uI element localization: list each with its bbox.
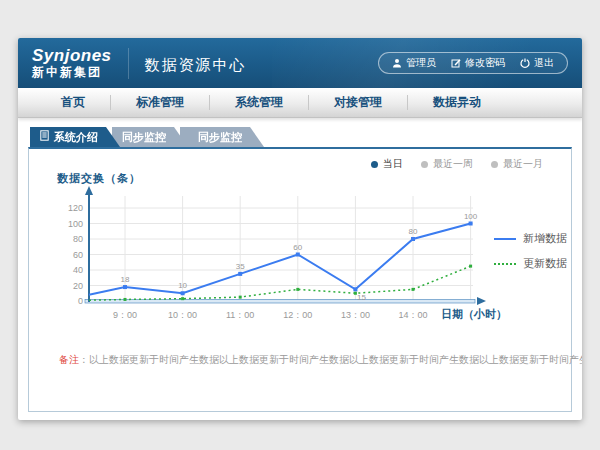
user-menu-item-2[interactable]: 退出	[520, 56, 554, 70]
legend-item-0[interactable]: 新增数据	[494, 231, 567, 246]
footnote-prefix: 备注	[59, 354, 79, 365]
legend-line-sample	[494, 238, 516, 240]
logo-text-cn: 新中新集团	[32, 66, 112, 79]
tab-1[interactable]: 同步监控	[112, 127, 188, 147]
svg-text:60: 60	[73, 250, 83, 260]
svg-text:120: 120	[68, 203, 83, 213]
nav-item-2[interactable]: 系统管理	[210, 88, 308, 117]
svg-text:0: 0	[78, 296, 83, 306]
svg-text:9：00: 9：00	[113, 310, 137, 320]
main-nav: 首页标准管理系统管理对接管理数据异动	[18, 88, 582, 118]
nav-item-4[interactable]: 数据异动	[408, 88, 506, 117]
tab-2[interactable]: 同步监控	[180, 127, 264, 147]
time-range-option-1[interactable]: 最近一周	[421, 157, 473, 171]
app-window: Synjones 新中新集团 数据资源中心 管理员修改密码退出 首页标准管理系统…	[18, 38, 582, 420]
page-background: Synjones 新中新集团 数据资源中心 管理员修改密码退出 首页标准管理系统…	[0, 0, 600, 450]
svg-text:10：00: 10：00	[168, 310, 197, 320]
svg-text:80: 80	[409, 227, 418, 236]
chart-legend: 新增数据更新数据	[494, 231, 567, 271]
line-chart: 0204060801001209：0010：0011：0012：0013：001…	[41, 185, 511, 335]
svg-text:80: 80	[73, 234, 83, 244]
svg-text:60: 60	[293, 243, 302, 252]
edit-icon	[451, 58, 461, 68]
svg-text:40: 40	[73, 265, 83, 275]
svg-text:100: 100	[464, 212, 478, 221]
svg-text:14：00: 14：00	[398, 310, 427, 320]
user-menu: 管理员修改密码退出	[378, 52, 568, 74]
content-area: 系统介绍同步监控同步监控 当日最近一周最近一月 数据交换（条） 02040608…	[18, 118, 582, 412]
radio-dot-icon	[491, 161, 498, 168]
nav-item-1[interactable]: 标准管理	[111, 88, 209, 117]
footnote: 备注：以上数据更新于时间产生数据以上数据更新于时间产生数据以上数据更新于时间产生…	[59, 353, 582, 367]
time-range-option-2[interactable]: 最近一月	[491, 157, 543, 171]
svg-text:100: 100	[68, 219, 83, 229]
legend-line-sample	[494, 263, 516, 265]
nav-item-0[interactable]: 首页	[36, 88, 110, 117]
footnote-text: ：以上数据更新于时间产生数据以上数据更新于时间产生数据以上数据更新于时间产生数据…	[79, 354, 582, 365]
legend-item-1[interactable]: 更新数据	[494, 256, 567, 271]
time-range-option-0[interactable]: 当日	[371, 157, 403, 171]
user-menu-item-1[interactable]: 修改密码	[451, 56, 505, 70]
app-header: Synjones 新中新集团 数据资源中心 管理员修改密码退出	[18, 38, 582, 88]
y-axis-title: 数据交换（条）	[57, 171, 141, 186]
svg-text:35: 35	[236, 262, 245, 271]
logo-text-en: Synjones	[32, 47, 112, 65]
radio-dot-icon	[371, 161, 378, 168]
chart-panel: 当日最近一周最近一月 数据交换（条） 0204060801001209：0010…	[28, 147, 572, 412]
user-menu-item-0[interactable]: 管理员	[392, 56, 436, 70]
svg-text:10: 10	[178, 281, 187, 290]
svg-text:18: 18	[121, 275, 130, 284]
document-icon	[40, 127, 49, 147]
svg-text:12：00: 12：00	[283, 310, 312, 320]
radio-dot-icon	[421, 161, 428, 168]
logout-icon	[520, 58, 530, 68]
svg-text:日期（小时）: 日期（小时）	[441, 308, 507, 321]
svg-text:11：00: 11：00	[226, 310, 254, 320]
tab-bar: 系统介绍同步监控同步监控	[30, 127, 582, 147]
svg-text:20: 20	[73, 281, 83, 291]
nav-item-3[interactable]: 对接管理	[309, 88, 407, 117]
company-logo: Synjones 新中新集团	[32, 47, 112, 78]
svg-text:15: 15	[357, 293, 366, 302]
user-icon	[392, 58, 402, 68]
page-title: 数据资源中心	[128, 48, 247, 79]
tab-0[interactable]: 系统介绍	[30, 127, 120, 147]
time-range-filter: 当日最近一周最近一月	[371, 157, 543, 171]
svg-text:13：00: 13：00	[341, 310, 370, 320]
